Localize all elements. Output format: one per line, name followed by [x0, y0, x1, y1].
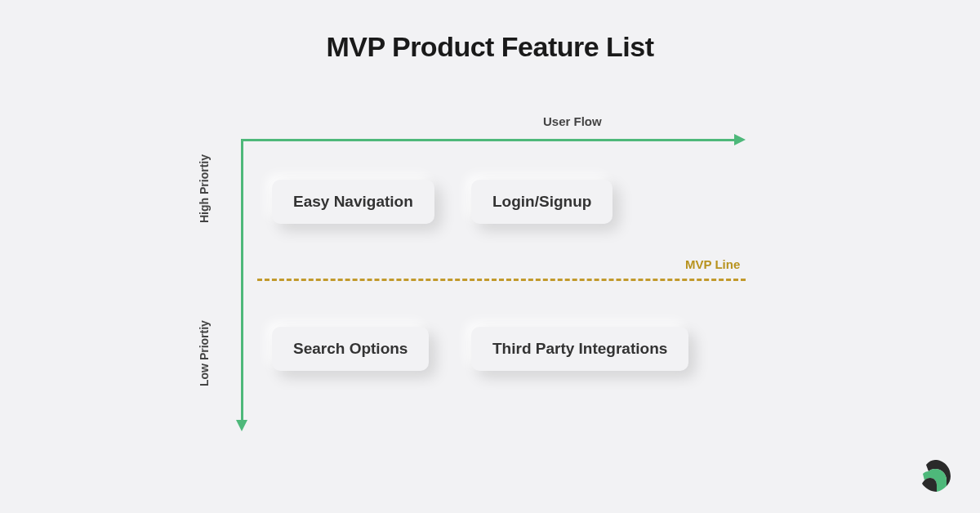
mvp-divider-label: MVP Line: [685, 257, 740, 271]
y-axis-arrow-icon: [236, 420, 247, 431]
feature-card-third-party: Third Party Integrations: [471, 327, 688, 371]
y-axis-label-high: High Priortiy: [198, 154, 211, 223]
feature-card-easy-navigation: Easy Navigation: [272, 180, 434, 224]
feature-chart: User Flow High Priortiy Low Priortiy MVP…: [241, 139, 747, 433]
brand-logo-icon: [915, 456, 956, 497]
feature-card-search-options: Search Options: [272, 327, 429, 371]
feature-card-login-signup: Login/Signup: [471, 180, 612, 224]
y-axis-line: [241, 139, 243, 426]
y-axis-label-low: Low Priortiy: [198, 320, 211, 386]
mvp-divider-line: [257, 279, 746, 281]
x-axis-label: User Flow: [543, 114, 602, 128]
x-axis-line: [241, 139, 741, 141]
page-title: MVP Product Feature List: [0, 31, 980, 63]
x-axis-arrow-icon: [734, 134, 746, 145]
